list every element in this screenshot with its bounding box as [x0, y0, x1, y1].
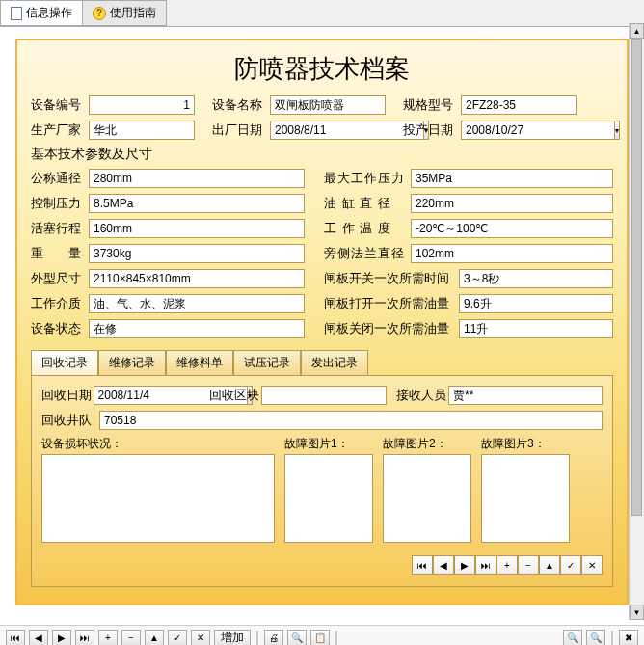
- medium-input[interactable]: [89, 294, 305, 313]
- worktemp-input[interactable]: [411, 219, 613, 238]
- lbl-pic1: 故障图片1：: [284, 436, 373, 452]
- bnav-add[interactable]: +: [98, 630, 118, 646]
- scroll-down-icon[interactable]: ▼: [630, 605, 644, 620]
- proddate-input[interactable]: [461, 121, 615, 140]
- reczone-input[interactable]: [261, 386, 387, 405]
- maker-input[interactable]: [89, 121, 195, 140]
- flangedia-input[interactable]: [411, 244, 613, 263]
- pic3-box[interactable]: [481, 454, 570, 543]
- bnav-last[interactable]: ⏭: [75, 630, 94, 646]
- subnav-add[interactable]: +: [496, 555, 518, 575]
- scroll-thumb[interactable]: [631, 39, 642, 516]
- subtab-recovery[interactable]: 回收记录: [31, 350, 98, 375]
- proddate-picker[interactable]: ▾: [615, 121, 620, 140]
- lbl-dims: 外型尺寸: [31, 270, 89, 287]
- factorydate-input[interactable]: [270, 121, 424, 140]
- openoil-input[interactable]: [459, 294, 613, 313]
- bnav-del[interactable]: −: [121, 630, 141, 646]
- subnav-cancel[interactable]: ✕: [581, 555, 603, 575]
- lbl-nominaldia: 公称通径: [31, 170, 89, 187]
- help-icon: ?: [93, 7, 106, 20]
- preview-button[interactable]: 🔍: [287, 630, 307, 646]
- vertical-scrollbar[interactable]: ▲ ▼: [629, 23, 644, 620]
- page-title: 防喷器技术档案: [31, 52, 613, 86]
- export-icon: 📋: [314, 632, 326, 643]
- lbl-gatetime: 闸板开关一次所需时间: [324, 270, 459, 287]
- lbl-maxpressure: 最大工作压力: [324, 170, 411, 187]
- pistonstroke-input[interactable]: [89, 219, 305, 238]
- dims-input[interactable]: [89, 269, 305, 288]
- damage-textarea[interactable]: [41, 454, 275, 543]
- lbl-worktemp: 工 作 温 度: [324, 220, 411, 237]
- nominaldia-input[interactable]: [89, 169, 305, 188]
- zoom-in-icon: 🔍: [590, 632, 602, 643]
- recovery-panel: 回收日期 ▾ 回收区块 接收人员 回收井队 设备损坏状况： 故障图片1：: [31, 375, 613, 587]
- lbl-pic2: 故障图片2：: [383, 436, 471, 452]
- subnav-ok[interactable]: ✓: [560, 555, 581, 575]
- subnav-edit[interactable]: ▲: [539, 555, 560, 575]
- separator: [335, 631, 337, 646]
- subtab-repairbill[interactable]: 维修料单: [166, 350, 233, 375]
- bnav-next[interactable]: ▶: [52, 630, 71, 646]
- lbl-devname: 设备名称: [212, 96, 270, 114]
- zoom-in-button[interactable]: 🔍: [586, 630, 605, 646]
- section-params: 基本技术参数及尺寸: [31, 146, 613, 163]
- bnav-first[interactable]: ⏮: [6, 630, 25, 646]
- subtab-issue[interactable]: 发出记录: [301, 350, 368, 375]
- gatetime-input[interactable]: [459, 269, 613, 288]
- lbl-reczone: 回收区块: [209, 387, 261, 404]
- preview-icon: 🔍: [291, 632, 303, 643]
- maxpressure-input[interactable]: [411, 169, 613, 188]
- ctrlpressure-input[interactable]: [89, 194, 305, 213]
- subnav-last[interactable]: ⏭: [475, 555, 496, 575]
- tab-guide[interactable]: ? 使用指南: [82, 0, 167, 26]
- pic2-box[interactable]: [383, 454, 471, 543]
- spec-input[interactable]: [461, 95, 577, 115]
- lbl-openoil: 闸板打开一次所需油量: [324, 295, 459, 312]
- sub-navigator: ⏮ ◀ ▶ ⏭ + − ▲ ✓ ✕: [41, 555, 603, 575]
- subnav-first[interactable]: ⏮: [412, 555, 433, 575]
- weight-input[interactable]: [89, 244, 305, 263]
- closeoil-input[interactable]: [459, 319, 613, 338]
- state-input[interactable]: [89, 319, 305, 338]
- bnav-cancel[interactable]: ✕: [191, 630, 210, 646]
- scroll-up-icon[interactable]: ▲: [630, 23, 644, 39]
- devno-input[interactable]: [89, 95, 195, 115]
- subtab-pressure[interactable]: 试压记录: [233, 350, 301, 375]
- cyldia-input[interactable]: [411, 194, 613, 213]
- doc-icon: [11, 7, 22, 20]
- lbl-recdate: 回收日期: [41, 387, 94, 404]
- close-button[interactable]: ✖: [619, 630, 638, 646]
- bnav-edit[interactable]: ▲: [145, 630, 164, 646]
- lbl-devno: 设备编号: [31, 96, 89, 114]
- lbl-closeoil: 闸板关闭一次所需油量: [324, 320, 459, 337]
- recteam-input[interactable]: [99, 411, 603, 430]
- subnav-del[interactable]: −: [518, 555, 539, 575]
- zoom-out-button[interactable]: 🔍: [563, 630, 582, 646]
- export-button[interactable]: 📋: [310, 630, 330, 646]
- close-icon: ✖: [625, 632, 632, 643]
- lbl-maker: 生产厂家: [31, 121, 89, 139]
- lbl-pistonstroke: 活塞行程: [31, 220, 89, 237]
- form-panel: 防喷器技术档案 设备编号 设备名称 规格型号 生产厂家 出厂日期 ▾ 投产日期 …: [15, 39, 629, 605]
- print-button[interactable]: 🖨: [264, 630, 283, 646]
- zoom-out-icon: 🔍: [567, 632, 578, 643]
- bnav-ok[interactable]: ✓: [168, 630, 187, 646]
- lbl-pic3: 故障图片3：: [481, 436, 570, 452]
- subnav-next[interactable]: ▶: [454, 555, 475, 575]
- lbl-flangedia: 旁侧法兰直径: [324, 245, 411, 262]
- subtab-repair[interactable]: 维修记录: [98, 350, 166, 375]
- pic1-box[interactable]: [284, 454, 373, 543]
- lbl-factorydate: 出厂日期: [212, 121, 270, 139]
- lbl-spec: 规格型号: [403, 96, 461, 114]
- receiver-input[interactable]: [448, 386, 603, 405]
- bnav-prev[interactable]: ◀: [29, 630, 48, 646]
- bottom-toolbar: ⏮ ◀ ▶ ⏭ + − ▲ ✓ ✕ 增加 🖨 🔍 📋 🔍 🔍 ✖: [0, 625, 644, 645]
- add-button[interactable]: 增加: [214, 630, 251, 646]
- devname-input[interactable]: [270, 95, 386, 115]
- tab-info[interactable]: 信息操作: [0, 0, 83, 26]
- tab-guide-label: 使用指南: [110, 5, 156, 21]
- lbl-receiver: 接收人员: [396, 387, 448, 404]
- separator: [611, 631, 613, 646]
- subnav-prev[interactable]: ◀: [433, 555, 454, 575]
